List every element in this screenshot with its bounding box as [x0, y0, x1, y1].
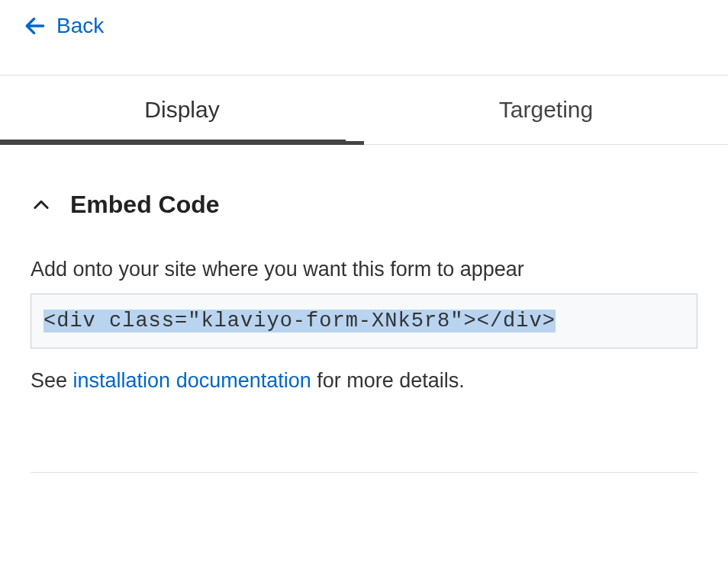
section-title: Embed Code	[70, 191, 220, 219]
tab-targeting-label: Targeting	[499, 97, 593, 122]
installation-docs-link[interactable]: installation documentation	[73, 369, 311, 392]
embed-code-section: Embed Code Add onto your site where you …	[0, 145, 728, 396]
section-divider	[31, 472, 697, 473]
tab-targeting[interactable]: Targeting	[364, 75, 728, 144]
tab-active-indicator	[0, 140, 346, 144]
footer-text: See installation documentation for more …	[31, 367, 697, 396]
arrow-left-icon	[23, 14, 47, 38]
tab-display[interactable]: Display	[0, 75, 364, 144]
tabs-container: Display Targeting	[0, 75, 728, 145]
section-header-toggle[interactable]: Embed Code	[31, 191, 697, 219]
chevron-up-icon	[31, 194, 52, 216]
embed-instruction: Add onto your site where you want this f…	[31, 255, 697, 284]
embed-code-text: <div class="klaviyo-form-XNk5r8"></div>	[43, 310, 556, 332]
back-label: Back	[56, 14, 104, 38]
footer-suffix: for more details.	[311, 369, 465, 392]
back-button[interactable]: Back	[0, 0, 728, 52]
tab-display-label: Display	[144, 97, 219, 122]
tabs: Display Targeting	[0, 75, 728, 144]
footer-prefix: See	[31, 369, 73, 392]
embed-code-box[interactable]: <div class="klaviyo-form-XNk5r8"></div>	[31, 294, 697, 348]
